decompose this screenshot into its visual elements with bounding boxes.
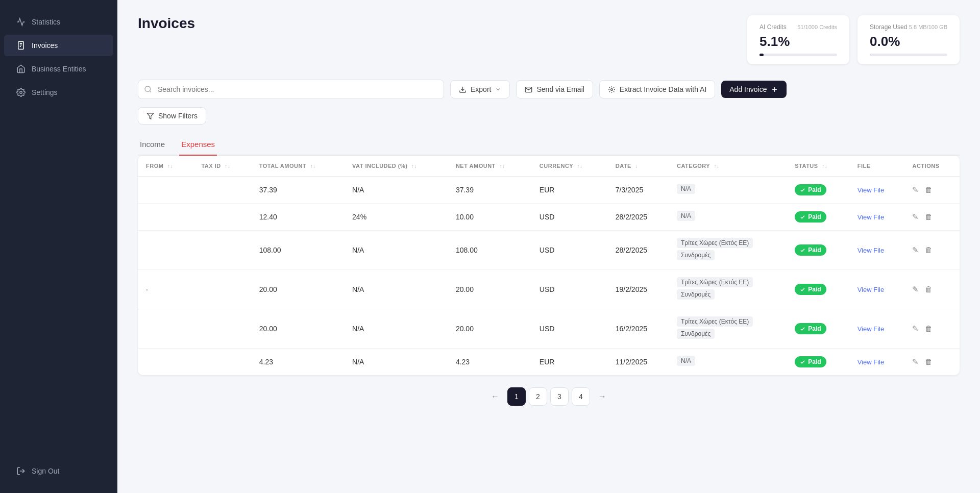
col-actions: ACTIONS [904,156,960,177]
page-title: Invoices [138,15,195,32]
check-icon [800,359,805,365]
status-badge: Paid [795,356,826,367]
pagination-page-1[interactable]: 1 [507,387,526,406]
edit-icon[interactable]: ✎ [912,212,919,221]
plus-icon [771,86,778,93]
edit-icon[interactable]: ✎ [912,357,919,366]
cell-actions: ✎ 🗑 [904,204,960,231]
cell-from [138,309,193,349]
delete-icon[interactable]: 🗑 [925,245,933,254]
view-file-link[interactable]: View File [857,358,885,366]
tab-income[interactable]: Income [138,135,167,156]
status-badge: Paid [795,184,826,195]
edit-icon[interactable]: ✎ [912,185,919,194]
view-file-link[interactable]: View File [857,186,885,194]
cell-status: Paid [787,204,849,231]
pagination-next[interactable]: → [593,387,611,406]
sort-icon-from: ↑↓ [167,163,173,169]
view-file-link[interactable]: View File [857,325,885,333]
cell-currency: EUR [531,349,607,376]
edit-icon[interactable]: ✎ [912,285,919,293]
cell-date: 28/2/2025 [607,204,669,231]
cell-file: View File [849,231,904,270]
cell-net-amount: 20.00 [448,270,531,309]
col-tax-id[interactable]: TAX ID ↑↓ [193,156,251,177]
table-row: 20.00 N/A 20.00 USD 16/2/2025 Τρίτες Χώρ… [138,309,960,349]
send-email-button[interactable]: Send via Email [516,80,593,98]
pagination-page-4[interactable]: 4 [572,387,590,406]
cell-net-amount: 20.00 [448,309,531,349]
edit-icon[interactable]: ✎ [912,324,919,333]
invoices-table-container: FROM ↑↓ TAX ID ↑↓ TOTAL AMOUNT ↑↓ VAT IN… [138,156,960,375]
chart-icon [16,17,26,27]
sidebar-item-statistics[interactable]: Statistics [4,11,113,33]
storage-label: Storage Used [870,23,907,31]
sort-icon-status: ↑↓ [822,163,827,169]
storage-value: 0.0% [870,34,947,50]
sort-icon-currency: ↑↓ [577,163,583,169]
col-file: FILE [849,156,904,177]
cell-actions: ✎ 🗑 [904,270,960,309]
check-icon [800,214,805,220]
cell-actions: ✎ 🗑 [904,309,960,349]
delete-icon[interactable]: 🗑 [925,357,933,366]
col-currency[interactable]: CURRENCY ↑↓ [531,156,607,177]
cell-status: Paid [787,231,849,270]
sidebar-item-business-entities[interactable]: Business Entities [4,58,113,80]
cell-currency: USD [531,309,607,349]
cell-total-amount: 4.23 [251,349,344,376]
cell-total-amount: 37.39 [251,177,344,204]
pagination-page-3[interactable]: 3 [550,387,569,406]
col-status[interactable]: STATUS ↑↓ [787,156,849,177]
category-tag: N/A [677,211,695,221]
view-file-link[interactable]: View File [857,246,885,254]
cell-vat: N/A [344,231,448,270]
pagination: ← 1 2 3 4 → [138,375,960,418]
sidebar-item-label: Settings [32,88,58,96]
cell-tax-id [193,270,251,309]
delete-icon[interactable]: 🗑 [925,185,933,194]
svg-marker-12 [147,113,154,118]
col-net-amount[interactable]: NET AMOUNT ↑↓ [448,156,531,177]
search-input[interactable] [138,80,444,99]
delete-icon[interactable]: 🗑 [925,324,933,333]
sidebar-item-settings[interactable]: Settings [4,82,113,103]
cell-date: 19/2/2025 [607,270,669,309]
delete-icon[interactable]: 🗑 [925,212,933,221]
add-invoice-button[interactable]: Add Invoice [721,81,787,98]
pagination-prev[interactable]: ← [486,387,504,406]
delete-icon[interactable]: 🗑 [925,285,933,293]
category-tag: Τρίτες Χώρες (Εκτός ΕΕ) [677,277,753,287]
col-total-amount[interactable]: TOTAL AMOUNT ↑↓ [251,156,344,177]
check-icon [800,326,805,332]
cell-category: N/A [669,177,787,204]
search-wrapper [138,80,444,99]
sidebar-item-invoices[interactable]: Invoices [4,35,113,56]
col-date[interactable]: DATE ↓ [607,156,669,177]
sign-out-button[interactable]: Sign Out [4,460,113,482]
edit-icon[interactable]: ✎ [912,245,919,254]
col-from[interactable]: FROM ↑↓ [138,156,193,177]
show-filters-button[interactable]: Show Filters [138,107,206,125]
category-tag: N/A [677,356,695,366]
cell-currency: USD [531,270,607,309]
extract-ai-button[interactable]: Extract Invoice Data with AI [599,80,715,98]
check-icon [800,248,805,253]
cell-category: N/A [669,349,787,376]
pagination-page-2[interactable]: 2 [529,387,547,406]
col-category[interactable]: CATEGORY ↑↓ [669,156,787,177]
ai-credits-header: AI Credits 51/1000 Credits [760,23,837,31]
invoices-table: FROM ↑↓ TAX ID ↑↓ TOTAL AMOUNT ↑↓ VAT IN… [138,156,960,375]
tab-expenses[interactable]: Expenses [179,135,217,156]
view-file-link[interactable]: View File [857,213,885,221]
cell-from [138,231,193,270]
export-button[interactable]: Export [450,80,510,98]
cell-file: View File [849,270,904,309]
extract-ai-label: Extract Invoice Data with AI [620,85,706,93]
cell-net-amount: 37.39 [448,177,531,204]
col-vat[interactable]: VAT INCLUDED (%) ↑↓ [344,156,448,177]
sign-out-label: Sign Out [32,467,59,475]
table-row: 37.39 N/A 37.39 EUR 7/3/2025 N/A Paid Vi… [138,177,960,204]
ai-icon [608,86,616,93]
view-file-link[interactable]: View File [857,286,885,293]
